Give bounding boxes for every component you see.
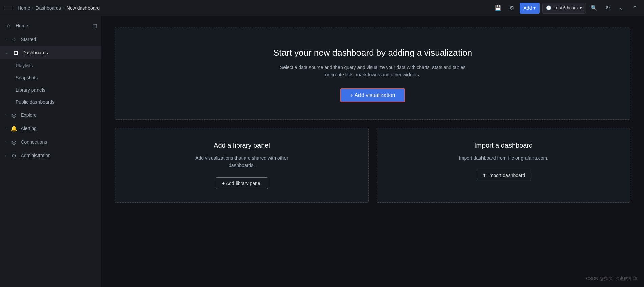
explore-icon: ◎ — [10, 112, 17, 118]
administration-chevron-icon: › — [5, 154, 6, 158]
dashboards-chevron-icon: ⌄ — [5, 51, 8, 55]
administration-icon: ⚙ — [10, 152, 17, 159]
breadcrumb-sep-1: › — [32, 6, 33, 10]
library-panel-desc: Add visualizations that are shared with … — [191, 154, 293, 169]
hero-desc: Select a data source and then query and … — [278, 64, 467, 79]
alerting-chevron-icon: › — [5, 127, 6, 130]
home-icon: ⌂ — [5, 23, 12, 29]
add-button[interactable]: Add ▾ — [520, 3, 540, 14]
menu-icon — [4, 4, 12, 12]
import-icon: ⬆ — [482, 173, 486, 178]
breadcrumb: Home › Dashboards › New dashboard — [18, 5, 100, 11]
library-panel-card: Add a library panel Add visualizations t… — [115, 128, 369, 203]
starred-chevron-icon: › — [5, 38, 6, 41]
add-label: Add — [524, 5, 532, 11]
time-range-button[interactable]: 🕐 Last 6 hours ▾ — [542, 3, 586, 14]
expand-button[interactable]: ⌃ — [629, 3, 640, 14]
breadcrumb-sep-2: › — [63, 6, 65, 10]
breadcrumb-home[interactable]: Home — [18, 5, 30, 11]
playlists-label: Playlists — [16, 63, 33, 68]
library-panels-label: Library panels — [16, 87, 45, 93]
topnav-left: Home › Dashboards › New dashboard — [4, 3, 493, 14]
sidebar-item-snapshots[interactable]: Snapshots — [0, 72, 101, 84]
refresh-button[interactable]: ↻ — [602, 3, 613, 14]
sidebar-label-alerting: Alerting — [21, 126, 96, 131]
sidebar-collapse-button[interactable]: ◫ — [93, 23, 97, 28]
sidebar-item-home[interactable]: ⌂ Home ◫ — [0, 19, 101, 32]
more-options-button[interactable]: ⌄ — [616, 3, 626, 14]
sidebar-item-playlists[interactable]: Playlists — [0, 59, 101, 72]
clock-icon: 🕐 — [546, 5, 551, 10]
settings-button[interactable]: ⚙ — [506, 3, 517, 14]
breadcrumb-dashboards[interactable]: Dashboards — [35, 5, 61, 11]
hamburger-menu[interactable] — [4, 3, 15, 14]
add-library-panel-button[interactable]: + Add library panel — [216, 177, 268, 189]
public-dashboards-label: Public dashboards — [16, 99, 54, 105]
sidebar-item-connections[interactable]: › ◎ Connections — [0, 135, 101, 149]
sidebar-item-explore[interactable]: › ◎ Explore — [0, 108, 101, 122]
sidebar-label-explore: Explore — [21, 112, 96, 118]
sidebar-label-home: Home — [16, 23, 96, 28]
sidebar-label-starred: Starred — [21, 37, 96, 42]
library-panel-title: Add a library panel — [214, 142, 270, 149]
time-chevron-icon: ▾ — [580, 5, 582, 10]
add-library-label: + Add library panel — [222, 181, 261, 186]
explore-chevron-icon: › — [5, 113, 6, 117]
add-visualization-button[interactable]: + Add visualization — [340, 88, 405, 102]
sidebar-item-library-panels[interactable]: Library panels — [0, 84, 101, 96]
time-range-label: Last 6 hours — [553, 5, 578, 10]
connections-chevron-icon: › — [5, 140, 6, 144]
sidebar-label-administration: Administration — [21, 153, 96, 158]
topnav-right: 💾 ⚙ Add ▾ 🕐 Last 6 hours ▾ 🔍 ↻ ⌄ ⌃ — [493, 3, 640, 14]
add-chevron-icon: ▾ — [533, 5, 536, 11]
save-button[interactable]: 💾 — [493, 3, 503, 14]
main-content: Start your new dashboard by adding a vis… — [101, 16, 644, 287]
breadcrumb-current: New dashboard — [67, 5, 100, 11]
import-card: Import a dashboard Import dashboard from… — [377, 128, 630, 203]
layout: ⌂ Home ◫ › ☆ Starred ⌄ ⊞ Dashboards Play… — [0, 16, 644, 287]
alerting-icon: 🔔 — [10, 125, 17, 132]
connections-icon: ◎ — [10, 139, 17, 145]
topnav: Home › Dashboards › New dashboard 💾 ⚙ Ad… — [0, 0, 644, 16]
add-viz-label: + Add visualization — [350, 92, 395, 98]
sidebar-label-dashboards: Dashboards — [22, 50, 96, 55]
hero-title: Start your new dashboard by adding a vis… — [273, 48, 472, 58]
dashboards-icon: ⊞ — [12, 50, 19, 56]
import-label: Import dashboard — [488, 173, 525, 178]
starred-icon: ☆ — [10, 36, 17, 43]
lower-row: Add a library panel Add visualizations t… — [115, 128, 630, 203]
snapshots-label: Snapshots — [16, 75, 38, 80]
sidebar-item-alerting[interactable]: › 🔔 Alerting — [0, 122, 101, 135]
sidebar-item-administration[interactable]: › ⚙ Administration — [0, 149, 101, 162]
sidebar-item-public-dashboards[interactable]: Public dashboards — [0, 96, 101, 108]
import-desc: Import dashboard from file or grafana.co… — [459, 154, 548, 162]
sidebar-label-connections: Connections — [21, 139, 96, 145]
sidebar: ⌂ Home ◫ › ☆ Starred ⌄ ⊞ Dashboards Play… — [0, 16, 101, 287]
import-dashboard-button[interactable]: ⬆ Import dashboard — [476, 170, 532, 181]
hero-card: Start your new dashboard by adding a vis… — [115, 27, 630, 120]
sidebar-item-starred[interactable]: › ☆ Starred — [0, 32, 101, 46]
zoom-out-button[interactable]: 🔍 — [589, 3, 599, 14]
import-title: Import a dashboard — [474, 142, 533, 149]
sidebar-item-dashboards[interactable]: ⌄ ⊞ Dashboards — [0, 46, 101, 59]
